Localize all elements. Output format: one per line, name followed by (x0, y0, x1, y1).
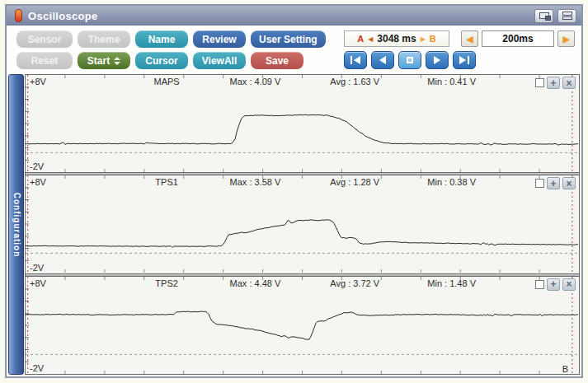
channel-max: Max : 4.48 V (230, 278, 281, 288)
channel-min: Min : 0.38 V (427, 177, 476, 187)
channel-close-button[interactable]: × (562, 278, 576, 291)
channel-name: MAPS (154, 77, 180, 86)
stop-button[interactable] (398, 51, 421, 69)
cursor-b-tag: B (562, 364, 568, 374)
configuration-tab-label: Configuration (12, 192, 21, 257)
channel-close-button[interactable]: × (562, 177, 576, 189)
channel-avg: Avg : 1.28 V (330, 177, 379, 187)
viewall-button[interactable]: ViewAll (193, 52, 246, 69)
start-spinner-icon (114, 57, 120, 65)
waveform-plot (26, 175, 579, 273)
y-max-label: +8V (30, 278, 46, 288)
channel-checkbox[interactable] (535, 179, 544, 188)
y-min-label: -2V (30, 363, 44, 373)
ab-range-field[interactable]: A ◀ 3048 ms ▶ B (344, 30, 449, 47)
cursor-b-label: B (430, 34, 436, 44)
oscilloscope-window: Oscilloscope Sensor Theme Name Review Us… (5, 4, 583, 378)
name-button[interactable]: Name (135, 30, 188, 48)
configuration-tab[interactable]: Configuration (8, 74, 24, 375)
channel-avg: Avg : 3.72 V (330, 278, 379, 288)
theme-button[interactable]: Theme (78, 30, 130, 48)
display-capture-button[interactable] (534, 9, 553, 23)
play-button[interactable] (426, 51, 449, 69)
toolbar: Sensor Theme Name Review User Setting Re… (7, 26, 581, 73)
y-max-label: +8V (30, 177, 46, 187)
start-button[interactable]: Start (78, 52, 130, 69)
scope-panel-tps1: +8V TPS1 Max : 3.58 V Avg : 1.28 V Min :… (26, 175, 579, 273)
channel-max: Max : 4.09 V (230, 77, 281, 86)
skip-end-button[interactable] (453, 51, 476, 69)
channel-zoom-button[interactable]: + (547, 177, 560, 189)
y-min-label: -2V (30, 161, 44, 171)
channel-name: TPS2 (155, 278, 178, 288)
channel-max: Max : 3.58 V (230, 177, 281, 187)
y-min-label: -2V (30, 263, 44, 273)
interval-next-button[interactable]: ▶ (557, 30, 575, 47)
cursor-a-arrow-icon: ◀ (368, 35, 373, 43)
tile-windows-button[interactable] (557, 9, 576, 23)
channel-checkbox[interactable] (535, 78, 544, 87)
channel-name: TPS1 (155, 177, 178, 187)
interval-field[interactable]: 200ms (482, 30, 554, 47)
channel-avg: Avg : 1.63 V (330, 77, 379, 86)
channel-zoom-button[interactable]: + (547, 77, 560, 89)
start-button-label: Start (87, 55, 110, 67)
user-setting-button[interactable]: User Setting (251, 30, 326, 48)
ab-range-value: 3048 ms (377, 33, 416, 44)
channel-zoom-button[interactable]: + (547, 278, 560, 291)
scope-panel-maps: +8V MAPS Max : 4.09 V Avg : 1.63 V Min :… (26, 75, 579, 172)
scope-panel-tps2: +8V TPS2 Max : 4.48 V Avg : 3.72 V Min :… (26, 277, 579, 374)
scope-panels: +8V MAPS Max : 4.09 V Avg : 1.63 V Min :… (25, 74, 580, 375)
cursor-a-label: A (357, 34, 364, 44)
app-icon (15, 9, 22, 22)
channel-min: Min : 0.41 V (427, 77, 476, 86)
y-max-label: +8V (30, 77, 46, 86)
titlebar: Oscilloscope (7, 6, 581, 26)
skip-start-icon (354, 56, 360, 64)
channel-checkbox[interactable] (535, 280, 544, 289)
step-back-button[interactable] (371, 51, 394, 69)
waveform-plot (26, 75, 579, 172)
skip-end-icon (459, 56, 466, 64)
review-button[interactable]: Review (193, 30, 246, 48)
step-back-icon (379, 56, 386, 64)
save-button[interactable]: Save (251, 52, 303, 69)
reset-button[interactable]: Reset (16, 52, 73, 69)
skip-start-button[interactable] (344, 51, 367, 69)
display-capture-icon (539, 12, 549, 19)
window-title: Oscilloscope (28, 10, 98, 22)
waveform-plot (26, 277, 579, 374)
play-icon (434, 56, 440, 64)
channel-min: Min : 1.48 V (427, 278, 476, 288)
main-area: Configuration +8V MAPS Max : 4.09 V Avg … (7, 73, 581, 376)
stop-icon (407, 57, 413, 63)
sensor-button[interactable]: Sensor (16, 30, 73, 48)
cursor-button[interactable]: Cursor (135, 52, 188, 69)
cursor-b-arrow-icon: ▶ (421, 35, 426, 43)
tile-windows-icon (562, 12, 572, 20)
channel-close-button[interactable]: × (562, 77, 576, 89)
interval-prev-button[interactable]: ◀ (461, 30, 478, 47)
